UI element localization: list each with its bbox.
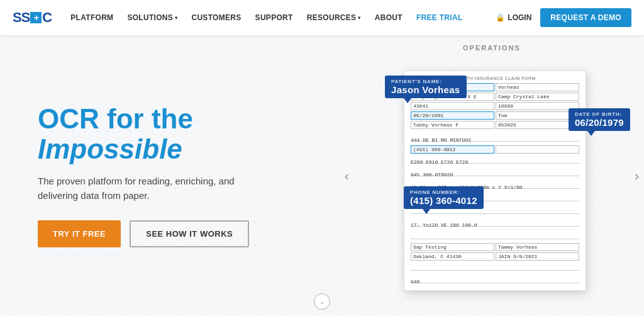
nav-label-support: SUPPORT [255,13,293,22]
phone-value: (415) 360-4012 [410,195,477,206]
navbar: SS+C PLATFORM SOLUTIONS ▾ CUSTOMERS SUPP… [0,0,644,35]
hero-title: OCR for the Impossible [38,104,308,165]
cta-buttons: TRY IT FREE SEE HOW IT WORKS [38,220,308,247]
nav-right: 🔒 LOGIN REQUEST A DEMO [496,8,631,27]
document-container: PATIENT'S NAME: Jason Vorheas DATE OF BI… [391,58,592,297]
see-how-it-works-button[interactable]: SEE HOW IT WORKS [130,220,249,247]
nav-label-customers: CUSTOMERS [191,13,241,22]
nav-item-about[interactable]: ABOUT [375,13,402,22]
nav-item-solutions[interactable]: SOLUTIONS ▾ [127,13,177,22]
patient-name-annotation: PATIENT'S NAME: Jason Vorheas [385,76,467,98]
hero-subtitle: The proven platform for reading, enrichi… [38,174,277,203]
nav-label-solutions: SOLUTIONS [127,13,173,22]
chevron-down-icon-2: ▾ [358,15,360,21]
nav-item-resources[interactable]: RESOURCES ▾ [307,13,361,22]
nav-label-free-trial: FREE TRIAL [416,13,463,22]
carousel-next-button[interactable]: › [635,169,639,183]
lock-icon: 🔒 [496,13,505,22]
nav-links: PLATFORM SOLUTIONS ▾ CUSTOMERS SUPPORT R… [70,13,496,22]
login-label: LOGIN [508,13,531,22]
logo-ss: SS [13,9,30,26]
left-panel: OCR for the Impossible The proven platfo… [0,35,340,316]
request-demo-button[interactable]: REQUEST A DEMO [540,8,631,27]
logo[interactable]: SS+C [13,9,52,26]
document-image: HEALTH INSURANCE CLAIM FORM Jason Vorhea… [404,71,586,291]
dob-annotation: DATE OF BIRTH: 06/20/1979 [569,108,630,131]
phone-annotation: PHONE NUMBER: (415) 360-4012 [404,186,484,209]
nav-item-platform[interactable]: PLATFORM [70,13,113,22]
hero-title-line1: OCR for the [38,103,193,134]
nav-label-resources: RESOURCES [307,13,357,22]
chevron-down-icon: ▾ [175,15,177,21]
nav-item-support[interactable]: SUPPORT [255,13,293,22]
logo-cross: + [30,12,42,23]
nav-item-free-trial[interactable]: FREE TRIAL [416,13,463,22]
phone-label: PHONE NUMBER: [410,189,477,195]
login-button[interactable]: 🔒 LOGIN [496,13,531,22]
try-it-free-button[interactable]: TRY IT FREE [38,220,121,247]
nav-label-platform: PLATFORM [70,13,113,22]
carousel-prev-button[interactable]: ‹ [345,169,349,183]
main-section: OCR for the Impossible The proven platfo… [0,35,644,316]
nav-item-customers[interactable]: CUSTOMERS [191,13,241,22]
patient-name-value: Jason Vorheas [391,84,460,95]
dob-value: 06/20/1979 [575,117,624,128]
hero-title-line2: Impossible [38,134,308,164]
logo-c: C [42,9,52,26]
dob-label: DATE OF BIRTH: [575,111,624,117]
nav-label-about: ABOUT [375,13,402,22]
right-panel: OPERATIONS ‹ › PATIENT'S NAME: Jason Vor… [340,35,644,316]
scroll-down-indicator[interactable]: ⌄ [314,293,330,310]
patient-name-label: PATIENT'S NAME: [391,79,460,84]
operations-label: OPERATIONS [463,44,521,52]
chevron-down-icon-3: ⌄ [319,297,325,306]
